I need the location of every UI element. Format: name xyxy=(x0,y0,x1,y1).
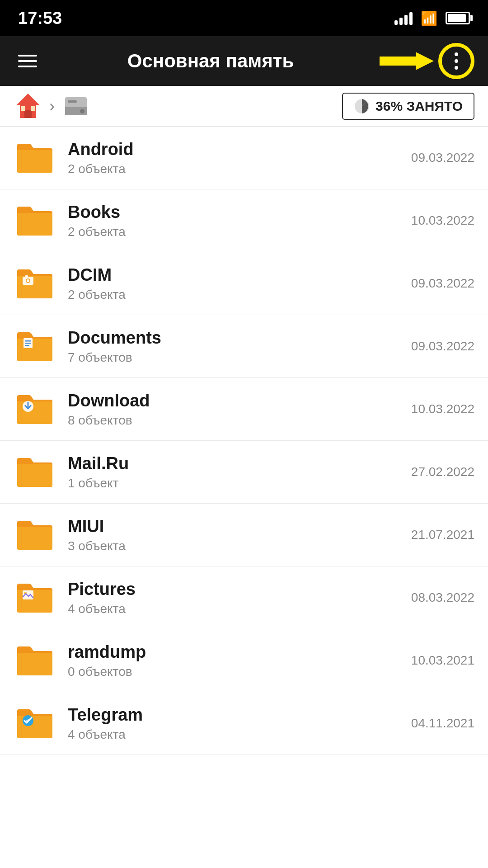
svg-marker-0 xyxy=(380,52,434,70)
svg-rect-20 xyxy=(25,340,31,342)
file-name: Android xyxy=(68,140,402,159)
yellow-arrow-icon xyxy=(380,50,434,72)
status-time: 17:53 xyxy=(18,9,62,28)
file-info: Documents 7 объектов xyxy=(68,328,402,365)
list-item[interactable]: Android 2 объекта 09.03.2022 xyxy=(0,127,488,189)
file-meta: 7 объектов xyxy=(68,350,402,365)
file-info: Pictures 4 объекта xyxy=(68,580,402,616)
file-date: 08.03.2022 xyxy=(411,590,474,605)
app-bar-title: Основная память xyxy=(42,50,380,72)
status-icons: 📶 xyxy=(394,10,470,26)
svg-rect-4 xyxy=(21,106,25,111)
breadcrumb-separator: › xyxy=(49,97,55,116)
storage-usage-badge: 36% ЗАНЯТО xyxy=(342,93,474,120)
file-info: Android 2 объекта xyxy=(68,140,402,176)
storage-percent-label: 36% ЗАНЯТО xyxy=(375,99,463,114)
list-item[interactable]: Mail.Ru 1 объект 27.02.2022 xyxy=(0,441,488,504)
more-options-highlight xyxy=(438,43,474,79)
file-date: 09.03.2022 xyxy=(411,339,474,354)
list-item[interactable]: Books 2 объекта 10.03.2022 xyxy=(0,189,488,252)
file-meta: 0 объектов xyxy=(68,665,402,679)
folder-icon xyxy=(14,452,54,492)
file-meta: 1 объект xyxy=(68,476,402,491)
folder-icon xyxy=(14,263,54,304)
list-item[interactable]: Pictures 4 объекта 08.03.2022 xyxy=(0,566,488,629)
app-bar: Основная память xyxy=(0,36,488,86)
file-info: DCIM 2 объекта xyxy=(68,265,402,302)
file-date: 10.03.2022 xyxy=(411,213,474,228)
folder-icon xyxy=(14,703,54,744)
folder-icon xyxy=(14,640,54,681)
file-name: MIUI xyxy=(68,517,402,536)
battery-icon xyxy=(446,12,470,24)
file-info: Telegram 4 объекта xyxy=(68,705,402,742)
svg-rect-3 xyxy=(24,110,32,118)
svg-rect-22 xyxy=(25,345,29,346)
annotation xyxy=(380,43,474,79)
folder-icon xyxy=(14,577,54,618)
svg-rect-5 xyxy=(31,106,35,111)
file-name: Mail.Ru xyxy=(68,454,402,473)
list-item[interactable]: Telegram 4 объекта 04.11.2021 xyxy=(0,692,488,755)
file-name: Pictures xyxy=(68,580,402,599)
svg-point-8 xyxy=(80,109,84,113)
file-meta: 2 объекта xyxy=(68,225,402,239)
file-info: MIUI 3 объекта xyxy=(68,517,402,553)
file-info: ramdump 0 объектов xyxy=(68,642,402,679)
folder-icon xyxy=(14,514,54,555)
folder-icon xyxy=(14,137,54,178)
file-date: 10.03.2022 xyxy=(411,402,474,416)
storage-drive-icon[interactable] xyxy=(61,92,90,121)
breadcrumb-bar: › 36% ЗАНЯТО xyxy=(0,86,488,127)
home-button[interactable] xyxy=(14,92,42,121)
more-options-button[interactable] xyxy=(455,52,458,70)
file-date: 21.07.2021 xyxy=(411,528,474,542)
svg-point-16 xyxy=(27,279,29,282)
file-list: Android 2 объекта 09.03.2022 Books 2 объ… xyxy=(0,127,488,755)
file-date: 09.03.2022 xyxy=(411,276,474,291)
file-info: Books 2 объекта xyxy=(68,203,402,239)
list-item[interactable]: DCIM 2 объекта 09.03.2022 xyxy=(0,252,488,315)
list-item[interactable]: Download 8 объектов 10.03.2022 xyxy=(0,378,488,441)
breadcrumb-nav: › xyxy=(14,92,90,121)
file-meta: 2 объекта xyxy=(68,162,402,176)
svg-rect-9 xyxy=(68,100,77,103)
folder-icon xyxy=(14,200,54,241)
file-name: Books xyxy=(68,203,402,222)
file-date: 09.03.2022 xyxy=(411,151,474,165)
file-info: Download 8 объектов xyxy=(68,391,402,428)
folder-icon xyxy=(14,326,54,367)
file-name: DCIM xyxy=(68,265,402,285)
signal-icon xyxy=(394,11,413,25)
file-meta: 4 объекта xyxy=(68,602,402,616)
file-name: ramdump xyxy=(68,642,402,662)
file-meta: 3 объекта xyxy=(68,539,402,553)
storage-pie-icon xyxy=(354,98,370,114)
status-bar: 17:53 📶 xyxy=(0,0,488,36)
file-name: Documents xyxy=(68,328,402,348)
folder-icon xyxy=(14,389,54,429)
file-meta: 4 объекта xyxy=(68,727,402,742)
file-date: 27.02.2022 xyxy=(411,465,474,479)
list-item[interactable]: ramdump 0 объектов 10.03.2021 xyxy=(0,629,488,692)
svg-rect-17 xyxy=(25,275,28,277)
file-meta: 8 объектов xyxy=(68,413,402,428)
list-item[interactable]: MIUI 3 объекта 21.07.2021 xyxy=(0,504,488,566)
list-item[interactable]: Documents 7 объектов 09.03.2022 xyxy=(0,315,488,378)
file-name: Download xyxy=(68,391,402,410)
file-date: 04.11.2021 xyxy=(411,716,474,731)
file-info: Mail.Ru 1 объект xyxy=(68,454,402,491)
file-meta: 2 объекта xyxy=(68,288,402,302)
svg-rect-21 xyxy=(25,343,31,344)
file-name: Telegram xyxy=(68,705,402,725)
wifi-icon: 📶 xyxy=(421,10,437,26)
hamburger-button[interactable] xyxy=(14,50,42,72)
svg-marker-1 xyxy=(16,94,40,105)
file-date: 10.03.2021 xyxy=(411,653,474,668)
